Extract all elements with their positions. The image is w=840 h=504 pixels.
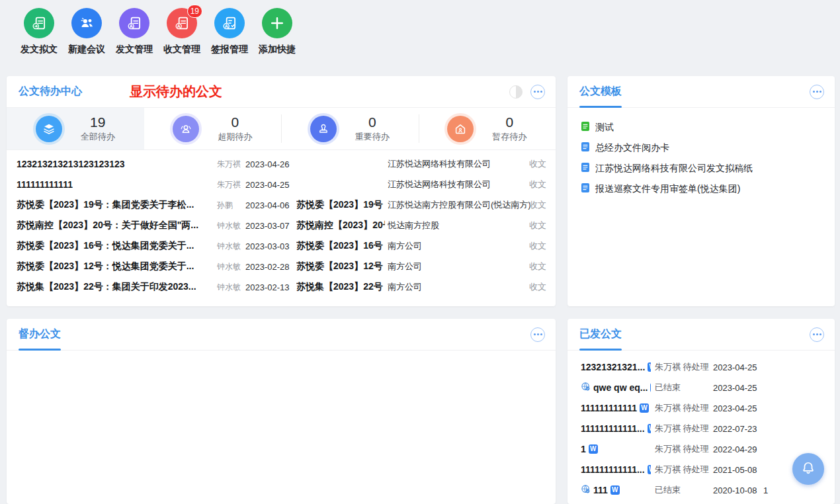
doc-title: 苏悦委【2023】12号：悦达集团党委关于... [17, 261, 212, 273]
sent-date: 2022-04-29 [713, 444, 757, 454]
word-file-icon: W [589, 444, 598, 454]
doc-title: 苏悦集【2023】22号：集团关于印发2023... [17, 281, 212, 293]
sent-title: 111111111111... W [581, 464, 651, 475]
doc-date: 2023-04-26 [245, 159, 294, 169]
word-file-icon: W [650, 383, 651, 392]
sent-date: 2021-05-08 [713, 464, 757, 474]
document-icon [581, 121, 590, 134]
doc-type: 收文 [529, 240, 546, 252]
quick-action-doc-receive[interactable]: A19 收文管理 [163, 8, 201, 56]
sent-title: 1 W [581, 444, 651, 454]
todo-row[interactable]: 苏悦委【2023】19号：集团党委关于李松... 孙鹏 2023-04-06 苏… [7, 194, 556, 215]
quick-action-label: 发文拟文 [21, 44, 58, 56]
doc-title: 苏悦南控【2023】20号：关于做好全国"两... [17, 220, 212, 231]
doc-date: 2023-03-03 [245, 241, 294, 251]
doc-date: 2023-04-06 [245, 200, 294, 210]
template-item[interactable]: 总经办文件阅办卡 [567, 138, 835, 158]
panel-title: 督办公文 [19, 327, 61, 341]
doc-type: 收文 [529, 199, 546, 211]
meeting-icon [71, 8, 102, 38]
todo-stat[interactable]: 0 超期待办 [144, 108, 282, 149]
sent-row[interactable]: qwe qw eq... W 已结束 2023-04-25 [567, 377, 835, 398]
todo-center-header: 公文待办中心 显示待办的公文 [7, 76, 556, 108]
quick-action-doc-send[interactable]: 发文拟文 [20, 8, 58, 56]
stat-value: 0 [218, 114, 252, 130]
sent-row[interactable]: 111111111111... W 朱万祺 待处理 2022-07-23 [567, 418, 835, 439]
todo-row[interactable]: 苏悦集【2023】22号：集团关于印发2023... 钟水敏 2023-02-1… [7, 276, 556, 297]
doc-company: 南方公司 [388, 240, 537, 252]
doc-templates-header: 公文模板 [567, 76, 835, 108]
doc-title: 苏悦委【2023】19号：集团党委关于李松... [17, 199, 212, 211]
home-icon [447, 116, 474, 142]
sent-status: 朱万祺 待处理 [655, 423, 710, 435]
sent-title: qwe qw eq... W [581, 382, 651, 394]
sent-title: 111111111111 W [581, 403, 651, 413]
word-file-icon: W [648, 465, 651, 474]
word-file-icon: W [648, 424, 651, 433]
doc-type: 收文 [529, 158, 546, 170]
quick-action-doc-manage[interactable]: A 发文管理 [115, 8, 153, 56]
contrast-toggle-icon[interactable] [509, 85, 523, 99]
badge: 19 [187, 5, 202, 18]
quick-action-doc-check[interactable]: A 签报管理 [210, 8, 249, 56]
more-options-button[interactable] [530, 85, 545, 99]
document-icon [581, 142, 590, 155]
quick-action-meeting[interactable]: 新建会议 [67, 8, 106, 56]
todo-row[interactable]: 123213213213123123123 朱万祺 2023-04-26 江苏悦… [7, 153, 556, 174]
sent-date: 2020-10-08 [713, 485, 757, 495]
svg-text:A: A [225, 24, 228, 28]
doc-company: 南方公司 [388, 261, 537, 273]
bell-icon [800, 459, 817, 479]
stamp-icon [310, 116, 337, 142]
template-item[interactable]: 江苏悦达网络科技有限公司发文拟稿纸 [567, 158, 835, 179]
stat-value: 0 [492, 114, 526, 130]
todo-row[interactable]: 111111111111 朱万祺 2023-04-25 江苏悦达网络科技有限公司… [7, 174, 556, 194]
todo-row[interactable]: 苏悦委【2023】16号：悦达集团党委关于... 钟水敏 2023-03-03 … [7, 235, 556, 256]
globe-check-icon [581, 382, 591, 394]
sent-status: 已结束 [655, 484, 710, 496]
doc-company: 悦达南方控股 [388, 220, 537, 231]
more-options-button[interactable] [810, 85, 824, 99]
stat-label: 超期待办 [218, 131, 252, 143]
doc-number: 苏悦委【2023】16号 [296, 240, 385, 252]
sent-status: 朱万祺 待处理 [655, 443, 710, 455]
supervised-docs-panel: 督办公文 [7, 319, 556, 504]
sent-docs-header: 已发公文 [567, 319, 835, 351]
users-icon [173, 116, 199, 142]
todo-row[interactable]: 苏悦委【2023】12号：悦达集团党委关于... 钟水敏 2023-02-28 … [7, 256, 556, 276]
todo-stat[interactable]: 0 重要待办 [281, 108, 419, 149]
doc-send-icon [24, 8, 54, 38]
doc-person: 钟水敏 [217, 281, 246, 292]
sent-date: 2023-04-25 [713, 403, 757, 413]
sent-count: 1 [763, 485, 768, 495]
sent-row[interactable]: 111111111111 W 朱万祺 待处理 2023-04-25 [567, 398, 835, 418]
sent-date: 2023-04-25 [713, 362, 757, 372]
doc-date: 2023-03-07 [245, 220, 294, 230]
document-icon [581, 162, 590, 175]
word-file-icon: W [648, 362, 651, 372]
template-item[interactable]: 测试 [567, 117, 835, 138]
doc-person: 钟水敏 [217, 240, 246, 251]
template-label: 测试 [595, 122, 614, 134]
sent-row[interactable]: 111 W 已结束 2020-10-08 1 [567, 480, 835, 500]
doc-number: 苏悦集【2023】22号 [296, 281, 385, 293]
doc-company: 江苏悦达网络科技有限公司 [388, 179, 537, 190]
doc-company: 江苏悦达南方控股有限公司(悦达南方) [388, 199, 537, 211]
todo-stat[interactable]: 19 全部待办 [7, 108, 144, 149]
todo-list: 123213213213123123123 朱万祺 2023-04-26 江苏悦… [7, 150, 556, 297]
sent-row[interactable]: 1 W 朱万祺 待处理 2022-04-29 [567, 439, 835, 459]
doc-date: 2023-02-28 [245, 261, 294, 271]
template-item[interactable]: 报送巡察文件专用审签单(悦达集团) [567, 179, 835, 199]
sent-row[interactable]: 12321321321... W 朱万祺 待处理 2023-04-25 [567, 357, 835, 377]
more-options-button[interactable] [810, 327, 824, 342]
doc-title: 123213213213123123123 [17, 159, 212, 169]
todo-stat[interactable]: 0 暂存待办 [419, 108, 556, 149]
todo-row[interactable]: 苏悦南控【2023】20号：关于做好全国"两... 钟水敏 2023-03-07… [7, 215, 556, 235]
more-options-button[interactable] [530, 327, 545, 342]
sent-title: 111 W [581, 484, 651, 496]
plus-icon [262, 8, 292, 38]
doc-templates-panel: 公文模板 测试 总经办文件阅办卡 江苏悦达网络科技有限公司发文拟稿纸 报送巡察文… [567, 76, 835, 306]
notification-bell-button[interactable] [792, 453, 824, 485]
quick-action-plus[interactable]: 添加快捷 [258, 8, 296, 56]
doc-manage-icon: A [119, 8, 149, 38]
